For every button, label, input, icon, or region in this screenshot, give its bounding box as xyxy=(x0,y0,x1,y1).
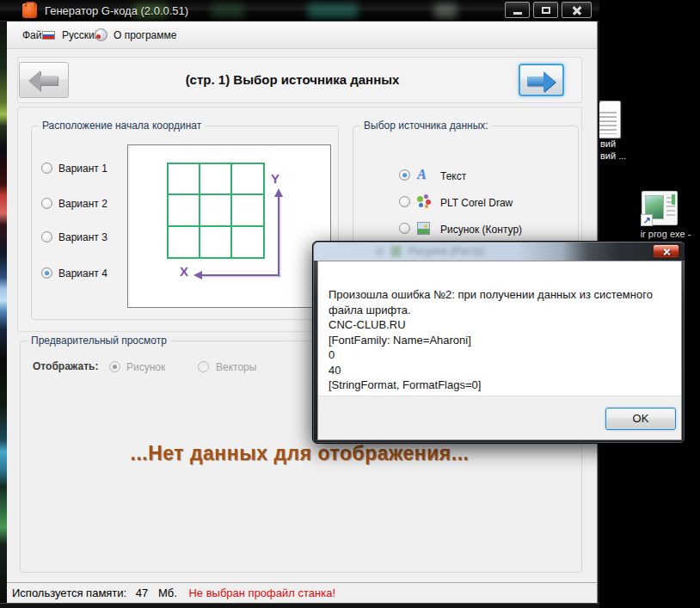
display-label: Отображать: xyxy=(33,360,98,372)
forward-arrow-icon xyxy=(527,77,544,86)
dialog-footer: OK xyxy=(318,396,681,439)
plt-dot xyxy=(424,194,428,199)
radio-variant-1[interactable] xyxy=(41,163,52,174)
app-icon xyxy=(22,3,37,18)
russian-flag-icon xyxy=(42,31,55,40)
plt-icon xyxy=(417,194,431,208)
y-axis xyxy=(278,196,279,276)
dialog-message-line: CNC-CLUB.RU xyxy=(329,317,674,333)
titlebar[interactable]: Генератор G-кода (2.0.0.51) xyxy=(0,0,599,21)
menubar: Файл Русский О программе xyxy=(7,21,597,49)
radio-variant-3[interactable] xyxy=(41,231,52,243)
about-icon xyxy=(95,28,107,41)
radio-variant-4-label[interactable]: Вариант 4 xyxy=(58,267,107,279)
dialog-message-line: 0 xyxy=(329,347,674,363)
status-bar: Используется памяти: 47 Мб. Не выбран пр… xyxy=(7,582,597,603)
plt-dot xyxy=(425,205,428,208)
minimize-button[interactable] xyxy=(505,2,530,18)
error-dialog: Рисунок (Растр) Произошла ошибка №2: при… xyxy=(312,241,685,444)
dialog-message-line: Произошла ошибка №2: при получении данны… xyxy=(329,287,674,317)
memory-label: Используется памяти: xyxy=(12,583,126,603)
radio-preview-vectors xyxy=(198,361,209,372)
x-axis xyxy=(200,274,279,276)
source-groupbox-title: Выбор источника данных: xyxy=(360,120,492,132)
radio-preview-picture-label: Рисунок xyxy=(126,361,165,373)
titlebar-glass-blob xyxy=(308,3,358,18)
close-button[interactable] xyxy=(562,2,592,18)
plt-dot xyxy=(419,203,423,207)
radio-preview-picture xyxy=(109,361,120,372)
dialog-message: Произошла ошибка №2: при получении данны… xyxy=(329,287,674,393)
origin-diagram: Y X xyxy=(127,144,331,308)
dialog-body: Произошла ошибка №2: при получении данны… xyxy=(317,261,682,440)
obscured-option-ghost: Рисунок (Растр) xyxy=(408,245,485,257)
grid-line xyxy=(199,164,200,257)
dialog-message-line: [StringFormat, FormatFlags=0] xyxy=(329,378,674,393)
ok-button[interactable]: OK xyxy=(605,408,676,430)
dialog-close-button[interactable] xyxy=(653,244,679,258)
coordinate-grid xyxy=(167,163,265,259)
origin-groupbox-title: Расположение начала координат xyxy=(39,120,205,132)
radio-source-contour[interactable] xyxy=(399,223,410,234)
shortcut-arrow-icon: ↗ xyxy=(641,214,653,226)
radio-source-plt[interactable] xyxy=(399,196,410,207)
radio-source-text-label[interactable]: Текст xyxy=(440,170,466,182)
radio-variant-2[interactable] xyxy=(41,198,52,209)
picture-icon xyxy=(417,222,430,235)
memory-value: 47 xyxy=(136,583,148,603)
no-data-message: ...Нет данных для отображения... xyxy=(17,442,582,465)
forward-arrow-icon xyxy=(543,71,556,92)
back-arrow-icon xyxy=(28,71,40,91)
obscured-picture-icon-ghost xyxy=(391,246,401,256)
desktop: вий вий ... ↗ ir prog exe - Генератор G-… xyxy=(0,0,700,608)
document-text-lines xyxy=(597,112,617,134)
radio-variant-1-label[interactable]: Вариант 1 xyxy=(58,163,107,175)
shortcut-icon[interactable]: ↗ xyxy=(642,191,678,225)
radio-source-text[interactable] xyxy=(399,169,410,181)
back-arrow-icon xyxy=(40,76,58,85)
titlebar-glass-blob xyxy=(212,3,244,18)
maximize-button[interactable] xyxy=(533,2,558,18)
radio-variant-2-label[interactable]: Вариант 2 xyxy=(58,198,107,210)
document-label: вий вий ... xyxy=(600,138,626,162)
x-axis-arrowhead xyxy=(193,271,202,279)
menu-item-about[interactable]: О программе xyxy=(110,21,180,49)
titlebar-glass-blob xyxy=(434,3,457,18)
window-controls xyxy=(501,2,592,18)
shortcut-green-bar xyxy=(672,194,675,205)
plt-dot xyxy=(417,196,423,202)
memory-unit: Мб. xyxy=(158,583,177,603)
grid-line xyxy=(169,225,263,227)
shortcut-label: ir prog exe - xyxy=(633,229,698,239)
dialog-message-line: [FontFamily: Name=Aharoni] xyxy=(329,333,674,348)
back-button[interactable] xyxy=(19,62,69,98)
grid-line xyxy=(169,193,263,195)
radio-source-contour-label[interactable]: Рисунок (Контур) xyxy=(440,224,522,236)
grid-line xyxy=(230,164,232,257)
radio-variant-3-label[interactable]: Вариант 3 xyxy=(58,231,107,243)
dialog-titlebar[interactable]: Рисунок (Растр) xyxy=(314,243,685,261)
radio-variant-4[interactable] xyxy=(41,267,52,279)
text-icon: A xyxy=(417,168,431,181)
preview-groupbox-title: Предварительный просмотр xyxy=(28,335,170,347)
radio-preview-vectors-label: Векторы xyxy=(216,361,256,373)
obscured-radio-ghost xyxy=(376,248,384,255)
window-left-glass-edge xyxy=(0,21,7,603)
dialog-message-line: 40 xyxy=(329,363,674,378)
axis-label-x: X xyxy=(180,264,188,279)
window-bottom-frame xyxy=(0,603,599,608)
window-title: Генератор G-кода (2.0.0.51) xyxy=(45,4,188,17)
next-button[interactable] xyxy=(519,64,564,96)
page-title: (стр. 1) Выбор источника данных xyxy=(95,72,490,87)
y-axis-arrowhead xyxy=(274,188,283,197)
axis-label-y: Y xyxy=(271,171,279,186)
radio-source-plt-label[interactable]: PLT Corel Draw xyxy=(440,197,513,209)
maximize-icon xyxy=(542,7,550,14)
machine-profile-warning: Не выбран профайл станка! xyxy=(188,583,335,603)
minimize-icon xyxy=(513,12,522,15)
